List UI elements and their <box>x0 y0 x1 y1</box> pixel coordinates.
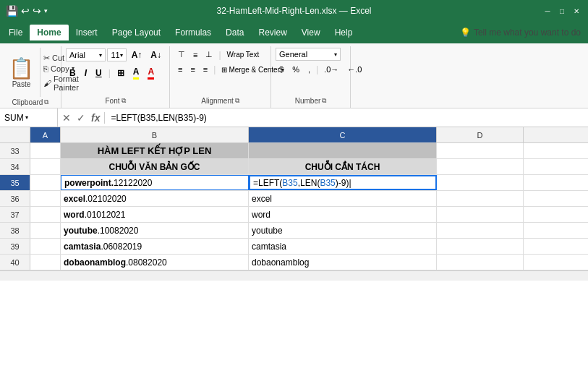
cell-c33[interactable] <box>249 143 437 158</box>
font-size-dropdown[interactable]: 11 ▾ <box>107 48 126 61</box>
cell-b33[interactable]: HÀM LEFT KẾT HỢP LEN <box>61 143 249 158</box>
font-size-chevron: ▾ <box>120 52 123 59</box>
row-header-38[interactable]: 38 <box>0 223 30 238</box>
cell-c35[interactable]: =LEFT(B35,LEN(B35)-9)| <box>249 175 437 190</box>
cell-b34[interactable]: CHUỖI VĂN BẢN GỐC <box>61 159 249 174</box>
font-row2: B I U | ⊞ A A <box>66 64 165 82</box>
decrease-font-btn[interactable]: A↓ <box>147 48 165 62</box>
align-middle-btn[interactable]: ≡ <box>189 48 201 61</box>
cell-b35[interactable]: powerpoint.12122020 <box>61 175 249 190</box>
maximize-btn[interactable]: □ <box>556 5 568 17</box>
cell-b37[interactable]: word.01012021 <box>61 207 249 222</box>
dropdown-icon[interactable]: ▾ <box>44 7 48 14</box>
horizontal-scrollbar[interactable] <box>0 270 588 281</box>
alignment-expand-icon[interactable]: ⧉ <box>235 97 239 105</box>
font-color-button[interactable]: A <box>144 64 158 82</box>
cell-a38[interactable] <box>30 223 61 238</box>
clipboard-expand-icon[interactable]: ⧉ <box>44 98 48 106</box>
font-name-dropdown[interactable]: Arial ▾ <box>66 48 106 61</box>
currency-btn[interactable]: $ <box>276 63 287 76</box>
row-header-34[interactable]: 34 <box>0 159 30 174</box>
cell-d33[interactable] <box>437 143 524 158</box>
cell-c34[interactable]: CHUỖI CẦN TÁCH <box>249 159 437 174</box>
menu-home[interactable]: Home <box>30 25 68 40</box>
number-row: $ % , | .0→ ←.0 <box>276 63 346 76</box>
col-header-a[interactable]: A <box>30 127 61 142</box>
redo-icon[interactable]: ↪ <box>33 5 41 17</box>
insert-function-btn[interactable]: fx <box>90 112 101 124</box>
menu-insert[interactable]: Insert <box>69 25 105 40</box>
name-box-dropdown[interactable]: ▾ <box>25 114 28 121</box>
cell-c38[interactable]: youtube <box>249 223 437 238</box>
cancel-formula-btn[interactable]: ✕ <box>61 112 72 124</box>
menu-review[interactable]: Review <box>251 25 294 40</box>
cell-a37[interactable] <box>30 207 61 222</box>
cell-b39[interactable]: camtasia.06082019 <box>61 239 249 254</box>
align-left-btn[interactable]: ≡ <box>174 63 186 76</box>
underline-button[interactable]: U <box>92 66 106 80</box>
align-top-btn[interactable]: ⊤ <box>174 48 189 61</box>
col-header-d[interactable]: D <box>437 127 524 142</box>
italic-button[interactable]: I <box>81 66 90 80</box>
cell-d37[interactable] <box>437 207 524 222</box>
cell-d38[interactable] <box>437 223 524 238</box>
cell-a35[interactable] <box>30 175 61 190</box>
font-expand-icon[interactable]: ⧉ <box>122 97 126 105</box>
align-bottom-btn[interactable]: ⊥ <box>202 48 216 61</box>
cell-c39[interactable]: camtasia <box>249 239 437 254</box>
row-header-33[interactable]: 33 <box>0 143 30 158</box>
menu-help[interactable]: Help <box>328 25 360 40</box>
cell-a39[interactable] <box>30 239 61 254</box>
col-header-b[interactable]: B <box>61 127 249 142</box>
wrap-text-btn[interactable]: Wrap Text <box>223 48 263 61</box>
menu-formulas[interactable]: Formulas <box>168 25 218 40</box>
cell-b38[interactable]: youtube.10082020 <box>61 223 249 238</box>
paste-button[interactable]: 📋 Paste <box>3 48 41 97</box>
number-format-dropdown[interactable]: General ▾ <box>276 48 341 61</box>
row-header-39[interactable]: 39 <box>0 239 30 254</box>
border-button[interactable]: ⊞ <box>114 66 128 80</box>
undo-icon[interactable]: ↩ <box>21 5 30 17</box>
menu-file[interactable]: File <box>1 25 30 40</box>
select-all-corner[interactable] <box>0 127 30 142</box>
cell-d35[interactable] <box>437 175 524 190</box>
cell-c40[interactable]: dobaonamblog <box>249 255 437 270</box>
comma-btn[interactable]: , <box>304 63 314 76</box>
cell-b36[interactable]: excel.02102020 <box>61 191 249 206</box>
cell-a34[interactable] <box>30 159 61 174</box>
align-center-btn[interactable]: ≡ <box>187 63 198 76</box>
menu-page-layout[interactable]: Page Layout <box>105 25 168 40</box>
decrease-decimal-btn[interactable]: ←.0 <box>344 63 365 76</box>
save-icon[interactable]: 💾 <box>6 5 18 17</box>
cell-c36[interactable]: excel <box>249 191 437 206</box>
cell-c37[interactable]: word <box>249 207 437 222</box>
cell-d36[interactable] <box>437 191 524 206</box>
row-header-35[interactable]: 35 <box>0 175 30 190</box>
increase-decimal-btn[interactable]: .0→ <box>320 63 342 76</box>
bold-button[interactable]: B <box>66 66 80 80</box>
cell-b40[interactable]: dobaonamblog.08082020 <box>61 255 249 270</box>
minimize-btn[interactable]: ─ <box>542 5 553 17</box>
cell-d39[interactable] <box>437 239 524 254</box>
align-right-btn[interactable]: ≡ <box>200 63 211 76</box>
menu-data[interactable]: Data <box>218 25 251 40</box>
percent-btn[interactable]: % <box>289 63 303 76</box>
row-header-37[interactable]: 37 <box>0 207 30 222</box>
increase-font-btn[interactable]: A↑ <box>128 48 146 62</box>
row-header-36[interactable]: 36 <box>0 191 30 206</box>
close-btn[interactable]: ✕ <box>571 5 582 17</box>
fill-color-button[interactable]: A <box>129 64 143 82</box>
tell-me[interactable]: 💡 Tell me what you want to do <box>460 27 581 38</box>
formula-input[interactable] <box>105 108 588 127</box>
confirm-formula-btn[interactable]: ✓ <box>75 112 87 124</box>
cell-d40[interactable] <box>437 255 524 270</box>
cell-a36[interactable] <box>30 191 61 206</box>
number-expand-icon[interactable]: ⧉ <box>322 97 326 105</box>
cell-a33[interactable] <box>30 143 61 158</box>
name-box[interactable]: SUM ▾ <box>0 108 58 127</box>
row-header-40[interactable]: 40 <box>0 255 30 270</box>
col-header-c[interactable]: C <box>249 127 437 142</box>
cell-d34[interactable] <box>437 159 524 174</box>
menu-view[interactable]: View <box>294 25 328 40</box>
cell-a40[interactable] <box>30 255 61 270</box>
